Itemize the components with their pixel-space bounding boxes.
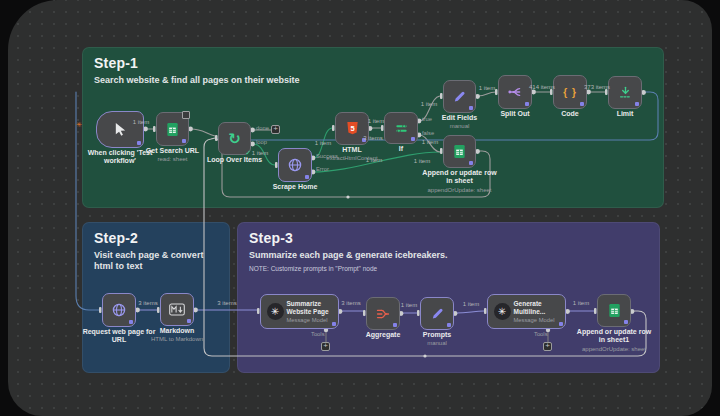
connection-label: 1 item [368,118,384,124]
node-split-out[interactable]: Split Out [498,75,532,109]
node-indicator [182,139,186,143]
cursor-icon [113,122,128,137]
add-node-button[interactable]: + [271,125,280,134]
node-generate-multiline[interactable]: ✳ Generate Multiline... Message Model [487,294,566,329]
connection-label: 3 items [138,300,157,306]
connection-label: 1 item [479,85,495,91]
add-tool-button[interactable]: + [321,342,330,351]
error-port-label: Error [316,166,329,172]
connection-label: 414 items [529,84,555,90]
tools-port-label: Tools [534,331,548,337]
node-label: Append or update row in sheet [420,169,500,186]
workflow-editor-canvas[interactable]: Step-1 Search website & find all pages o… [0,0,720,416]
svg-text:5: 5 [350,124,354,133]
node-label: Scrape Home [250,183,340,191]
false-port-label: false [422,130,434,136]
filter-branches-icon [394,121,409,136]
tools-port-label: Tools [311,331,325,337]
node-prompts[interactable]: Prompts manual [420,297,454,330]
connection-label: 1 item [573,300,589,306]
openai-icon: ✳ [494,303,511,320]
add-tool-button[interactable]: + [543,342,552,351]
node-get-search-url[interactable]: Get Search URL read: sheet [156,112,189,146]
node-append-sheet[interactable]: Append or update row in sheet appendOrUp… [443,135,476,168]
node-label: Append or update row in sheet1 [574,328,654,345]
connection-label: 1 item [414,158,430,164]
node-indicator [129,320,133,324]
connection-label: 373 items [584,84,610,90]
google-sheets-icon [607,303,622,318]
node-indicator [187,319,191,323]
node-code[interactable]: { } Code [553,75,587,109]
node-subtitle: manual [415,123,505,129]
loop-port-label: loop [256,139,267,145]
node-subtitle: Message Model [287,317,328,323]
node-label: Markdown [132,327,222,335]
connection-label: 1 item [252,150,268,156]
split-out-icon [507,84,523,100]
trigger-spark-icon: ✳ [76,121,82,129]
node-label: Prompts [392,331,482,339]
node-loop-over-items[interactable]: ↻ ✓ Loop Over Items [218,122,251,155]
markdown-icon [169,303,185,316]
connection-label: 1 item [133,119,149,125]
node-label: Loop Over Items [190,156,280,164]
node-summarize-website-page[interactable]: ✳ Summarize Website Page Message Model [260,294,339,329]
connection-label: 3 items [341,300,360,306]
connection-label: 1 item [422,139,438,145]
node-indicator [411,137,415,141]
node-label: Summarize Website Page [287,300,333,316]
node-if[interactable]: If [384,112,418,144]
step2-subtitle: Visit each page & convert html to text [94,250,220,273]
html5-icon: 5 [345,121,360,136]
aggregate-icon [375,306,391,322]
node-indicator [447,323,451,327]
node-subtitle: appendOrUpdate: sheet [420,187,500,193]
node-label: If [356,145,446,153]
done-port-label: done [256,125,269,131]
connection-label: 3 items [217,300,236,306]
node-subtitle: Message Model [514,317,555,323]
pinned-data-icon [182,111,190,119]
node-indicator [305,175,309,179]
globe-icon [287,157,303,173]
connection-label: 1 item [315,140,331,146]
node-subtitle: manual [392,340,482,346]
code-braces-icon: { } [563,87,577,98]
node-indicator [332,322,336,326]
true-port-label: true [422,116,432,122]
connection-label: 1 item [421,101,437,107]
node-indicator [559,322,563,326]
node-label: Generate Multiline... [514,300,560,316]
success-port-label: Success [316,153,338,159]
pencil-icon [430,306,445,321]
node-aggregate[interactable]: Aggregate [366,297,400,330]
node-indicator [624,320,628,324]
node-indicator [525,102,529,106]
node-indicator [580,102,584,106]
step3-note: NOTE: Customize prompts in "Prompt" node [249,265,659,272]
node-request-web-page[interactable]: Request web page for URL [102,293,136,327]
node-markdown[interactable]: Markdown HTML to Markdown [160,293,194,326]
step1-title: Step-1 [94,55,663,71]
node-append-sheet1[interactable]: Append or update row in sheet1 appendOrU… [597,294,631,327]
node-indicator [393,323,397,327]
node-subtitle: appendOrUpdate: sheet [574,346,654,352]
canvas-background[interactable]: Step-1 Search website & find all pages o… [8,0,712,416]
node-subtitle: HTML to Markdown [132,336,222,342]
node-indicator [469,161,473,165]
google-sheets-icon [165,122,180,137]
step3-title: Step-3 [249,230,659,246]
loop-icon: ↻ [228,131,241,146]
openai-icon: ✳ [267,303,284,320]
connection-label: 1 item [463,301,479,307]
google-sheets-icon [452,144,467,159]
node-indicator [635,102,639,106]
connection-label: 1 item [366,157,382,163]
step2-title: Step-2 [94,230,229,246]
connection-label: 3 items [363,135,382,141]
limit-icon [618,85,633,100]
node-limit[interactable]: Limit [608,76,642,109]
node-label: Limit [580,110,670,118]
node-manual-trigger[interactable]: When clicking 'Test workflow' [96,111,144,148]
